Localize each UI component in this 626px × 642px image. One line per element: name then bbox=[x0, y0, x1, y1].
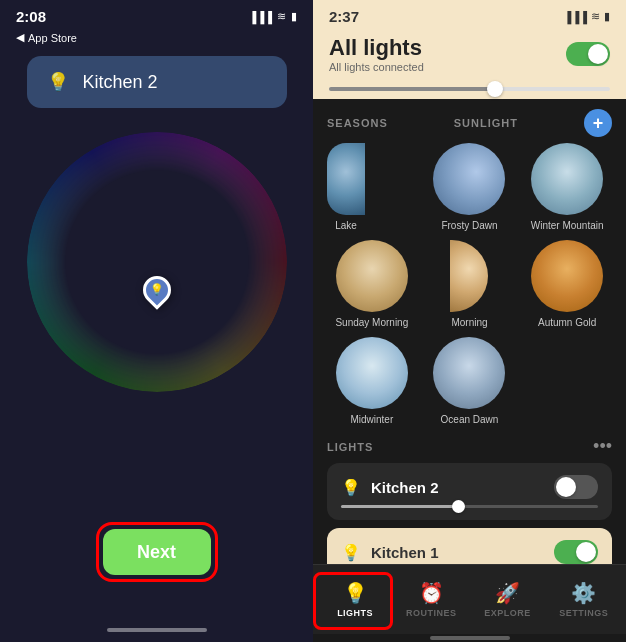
light-item-kitchen1[interactable]: 💡 Kitchen 1 bbox=[327, 528, 612, 564]
seasons-label: SEASONS bbox=[327, 117, 388, 129]
scene-item-winter-mountain[interactable]: Winter Mountain bbox=[522, 143, 612, 232]
status-bar-left: 2:08 ▐▐▐ ≋ ▮ bbox=[0, 0, 313, 29]
right-panel: 2:37 ▐▐▐ ≋ ▮ All lights All lights conne… bbox=[313, 0, 626, 642]
battery-icon: ▮ bbox=[291, 10, 297, 23]
all-lights-title-wrap: All lights All lights connected bbox=[329, 35, 424, 73]
scene-item-lake[interactable]: Lake bbox=[327, 143, 365, 232]
status-bar-right: 2:37 ▐▐▐ ≋ ▮ bbox=[313, 0, 626, 29]
status-time-left: 2:08 bbox=[16, 8, 46, 25]
lights-label: LIGHTS bbox=[327, 441, 373, 453]
next-button[interactable]: Next bbox=[103, 529, 211, 575]
toggle-knob-k2 bbox=[556, 477, 576, 497]
scene-label-morning: Morning bbox=[451, 317, 487, 329]
scene-grid: Lake Frosty Dawn Winter Mountain Sunday … bbox=[323, 143, 616, 426]
scene-item-sunday-morning[interactable]: Sunday Morning bbox=[327, 240, 417, 329]
all-lights-subtitle: All lights connected bbox=[329, 61, 424, 73]
scene-thumb-ocean-dawn bbox=[433, 337, 505, 409]
toggle-knob bbox=[588, 44, 608, 64]
scene-thumb-midwinter bbox=[336, 337, 408, 409]
status-icons-left: ▐▐▐ ≋ ▮ bbox=[249, 10, 297, 23]
scene-label-autumn-gold: Autumn Gold bbox=[538, 317, 596, 329]
lights-nav-icon: 💡 bbox=[343, 581, 368, 605]
nav-item-settings[interactable]: ⚙️ SETTINGS bbox=[546, 575, 622, 624]
signal-icon-right: ▐▐▐ bbox=[564, 11, 587, 23]
scene-item-frosty-dawn[interactable]: Frosty Dawn bbox=[425, 143, 515, 232]
scene-label-frosty-dawn: Frosty Dawn bbox=[441, 220, 497, 232]
pin-circle: 💡 bbox=[137, 270, 177, 310]
wifi-icon: ≋ bbox=[277, 10, 286, 23]
light-item-kitchen2-top: 💡 Kitchen 2 bbox=[341, 475, 598, 499]
back-link[interactable]: ◀ App Store bbox=[0, 29, 93, 46]
brightness-slider[interactable] bbox=[329, 87, 610, 91]
settings-nav-icon: ⚙️ bbox=[571, 581, 596, 605]
color-wheel-container[interactable]: 💡 bbox=[27, 132, 287, 392]
scene-item-ocean-dawn[interactable]: Ocean Dawn bbox=[425, 337, 515, 426]
back-chevron-icon: ◀ bbox=[16, 31, 24, 44]
lights-nav-label: LIGHTS bbox=[337, 608, 373, 618]
lights-more-button[interactable]: ••• bbox=[593, 436, 612, 457]
sections-container[interactable]: SEASONS SUNLIGHT + Lake Frosty Dawn bbox=[313, 99, 626, 564]
wifi-icon-right: ≋ bbox=[591, 10, 600, 23]
all-lights-row: All lights All lights connected bbox=[329, 35, 610, 73]
routines-nav-label: ROUTINES bbox=[406, 608, 457, 618]
home-indicator-right bbox=[313, 634, 626, 642]
settings-nav-label: SETTINGS bbox=[559, 608, 608, 618]
scene-item-morning[interactable]: Morning bbox=[425, 240, 515, 329]
toggle-kitchen1[interactable] bbox=[554, 540, 598, 564]
kitchen2-button[interactable]: 💡 Kitchen 2 bbox=[27, 56, 287, 108]
light-slider-thumb-k2 bbox=[452, 500, 465, 513]
scene-thumb-winter-mountain bbox=[531, 143, 603, 215]
all-lights-toggle[interactable] bbox=[566, 42, 610, 66]
scene-item-midwinter[interactable]: Midwinter bbox=[327, 337, 417, 426]
explore-nav-icon: 🚀 bbox=[495, 581, 520, 605]
bulb-icon: 💡 bbox=[47, 71, 69, 93]
scene-label-ocean-dawn: Ocean Dawn bbox=[441, 414, 499, 426]
explore-nav-label: EXPLORE bbox=[484, 608, 531, 618]
bottom-nav: 💡 LIGHTS ⏰ ROUTINES 🚀 EXPLORE ⚙️ SETTING… bbox=[313, 564, 626, 634]
scene-thumb-frosty-dawn bbox=[433, 143, 505, 215]
brightness-slider-wrap[interactable] bbox=[313, 81, 626, 99]
light-slider-k2[interactable] bbox=[341, 505, 598, 508]
light-name-row-k1: 💡 Kitchen 1 bbox=[341, 543, 439, 562]
left-panel: 2:08 ▐▐▐ ≋ ▮ ◀ App Store 💡 Kitchen 2 💡 N… bbox=[0, 0, 313, 642]
scene-thumb-autumn-gold bbox=[531, 240, 603, 312]
nav-item-lights[interactable]: 💡 LIGHTS bbox=[317, 575, 393, 624]
brightness-thumb bbox=[487, 81, 503, 97]
scene-label-sunday-morning: Sunday Morning bbox=[335, 317, 408, 329]
kitchen2-label: Kitchen 2 bbox=[83, 72, 158, 93]
sunlight-add-button[interactable]: + bbox=[584, 109, 612, 137]
sunlight-label: SUNLIGHT bbox=[454, 117, 518, 129]
pin-bulb-icon: 💡 bbox=[149, 283, 163, 296]
all-lights-header: All lights All lights connected bbox=[313, 29, 626, 81]
status-time-right: 2:37 bbox=[329, 8, 359, 25]
status-icons-right: ▐▐▐ ≋ ▮ bbox=[564, 10, 610, 23]
all-lights-title: All lights bbox=[329, 35, 424, 61]
signal-icon: ▐▐▐ bbox=[249, 11, 272, 23]
nav-item-routines[interactable]: ⏰ ROUTINES bbox=[393, 575, 469, 624]
scene-label-lake: Lake bbox=[335, 220, 357, 232]
scene-label-midwinter: Midwinter bbox=[350, 414, 393, 426]
home-bar-right bbox=[430, 636, 510, 640]
back-label: App Store bbox=[28, 32, 77, 44]
light-slider-fill-k2 bbox=[341, 505, 457, 508]
toggle-knob-k1 bbox=[576, 542, 596, 562]
next-button-wrapper: Next bbox=[96, 522, 218, 582]
scene-thumb-sunday-morning bbox=[336, 240, 408, 312]
nav-item-explore[interactable]: 🚀 EXPLORE bbox=[470, 575, 546, 624]
lights-section-header: LIGHTS ••• bbox=[323, 426, 616, 463]
scene-label-winter-mountain: Winter Mountain bbox=[531, 220, 604, 232]
light-item-kitchen2[interactable]: 💡 Kitchen 2 bbox=[327, 463, 612, 520]
color-wheel-canvas[interactable] bbox=[27, 132, 287, 392]
battery-icon-right: ▮ bbox=[604, 10, 610, 23]
light-name-k2: Kitchen 2 bbox=[371, 479, 439, 496]
light-item-kitchen1-top: 💡 Kitchen 1 bbox=[341, 540, 598, 564]
light-name-k1: Kitchen 1 bbox=[371, 544, 439, 561]
scene-item-autumn-gold[interactable]: Autumn Gold bbox=[522, 240, 612, 329]
scene-thumb-morning bbox=[450, 240, 488, 312]
light-slider-wrap-k2[interactable] bbox=[341, 505, 598, 508]
seasons-section-header: SEASONS SUNLIGHT + bbox=[323, 99, 616, 143]
toggle-kitchen2[interactable] bbox=[554, 475, 598, 499]
color-picker-pin: 💡 bbox=[139, 276, 175, 320]
scene-thumb-lake bbox=[327, 143, 365, 215]
home-indicator-left bbox=[107, 628, 207, 632]
